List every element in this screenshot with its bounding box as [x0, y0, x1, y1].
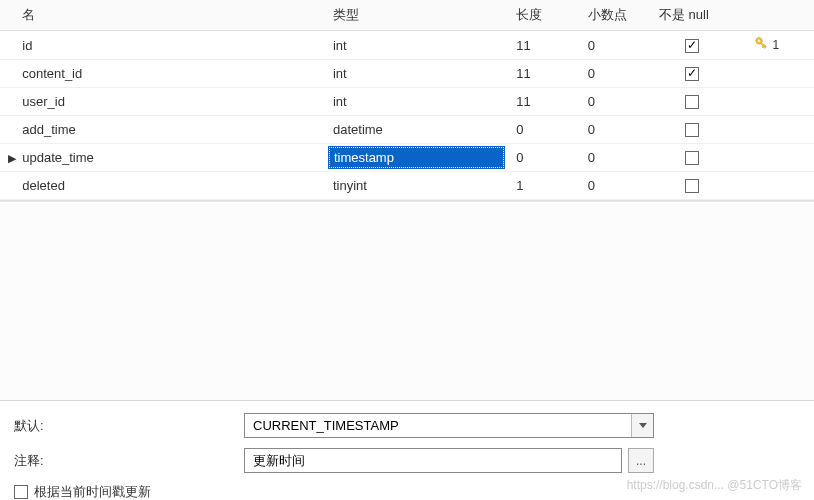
- cell-not-null[interactable]: [651, 172, 733, 200]
- default-combo[interactable]: [244, 413, 654, 438]
- empty-rows-area[interactable]: [0, 201, 814, 401]
- row-marker: ▶: [0, 144, 14, 172]
- not-null-checkbox[interactable]: [685, 151, 699, 165]
- cell-name[interactable]: update_time: [14, 144, 325, 172]
- current-row-pointer-icon: ▶: [8, 153, 16, 164]
- primary-key-number: 1: [772, 38, 779, 52]
- cell-decimals[interactable]: 0: [580, 31, 651, 60]
- cell-length[interactable]: 11: [508, 88, 579, 116]
- table-row[interactable]: content_idint110: [0, 60, 814, 88]
- cell-name[interactable]: content_id: [14, 60, 325, 88]
- row-marker: [0, 60, 14, 88]
- cell-type[interactable]: tinyint: [325, 172, 508, 200]
- field-detail-panel: 默认: 注释: ... 根据当前时间戳更新: [0, 401, 814, 500]
- row-marker: [0, 31, 14, 60]
- cell-key[interactable]: [732, 144, 814, 172]
- on-update-label: 根据当前时间戳更新: [34, 483, 151, 500]
- cell-key[interactable]: [732, 88, 814, 116]
- default-label: 默认:: [14, 417, 244, 435]
- cell-decimals[interactable]: 0: [580, 144, 651, 172]
- comment-label: 注释:: [14, 452, 244, 470]
- table-row[interactable]: idint1101: [0, 31, 814, 60]
- not-null-checkbox[interactable]: [685, 67, 699, 81]
- cell-decimals[interactable]: 0: [580, 60, 651, 88]
- cell-name[interactable]: add_time: [14, 116, 325, 144]
- comment-more-button[interactable]: ...: [628, 448, 654, 473]
- cell-type[interactable]: int: [325, 88, 508, 116]
- row-marker: [0, 88, 14, 116]
- cell-name[interactable]: user_id: [14, 88, 325, 116]
- cell-name[interactable]: id: [14, 31, 325, 60]
- row-marker: [0, 172, 14, 200]
- cell-length[interactable]: 0: [508, 116, 579, 144]
- cell-not-null[interactable]: [651, 144, 733, 172]
- header-decimals[interactable]: 小数点: [580, 0, 651, 31]
- cell-length[interactable]: 0: [508, 144, 579, 172]
- header-name[interactable]: 名: [14, 0, 325, 31]
- cell-key[interactable]: [732, 172, 814, 200]
- not-null-checkbox[interactable]: [685, 95, 699, 109]
- type-editor[interactable]: timestamp: [329, 147, 504, 168]
- not-null-checkbox[interactable]: [685, 179, 699, 193]
- cell-length[interactable]: 1: [508, 172, 579, 200]
- cell-type[interactable]: timestamp: [325, 144, 508, 172]
- cell-decimals[interactable]: 0: [580, 88, 651, 116]
- row-marker: [0, 116, 14, 144]
- cell-decimals[interactable]: 0: [580, 116, 651, 144]
- default-input[interactable]: [245, 414, 631, 437]
- cell-decimals[interactable]: 0: [580, 172, 651, 200]
- on-update-checkbox[interactable]: [14, 485, 28, 499]
- cell-not-null[interactable]: [651, 31, 733, 60]
- not-null-checkbox[interactable]: [685, 39, 699, 53]
- table-row[interactable]: user_idint110: [0, 88, 814, 116]
- cell-length[interactable]: 11: [508, 31, 579, 60]
- cell-not-null[interactable]: [651, 116, 733, 144]
- default-dropdown-button[interactable]: [631, 414, 653, 437]
- cell-type[interactable]: int: [325, 31, 508, 60]
- cell-length[interactable]: 11: [508, 60, 579, 88]
- cell-type[interactable]: datetime: [325, 116, 508, 144]
- chevron-down-icon: [639, 423, 647, 428]
- cell-not-null[interactable]: [651, 88, 733, 116]
- header-type[interactable]: 类型: [325, 0, 508, 31]
- cell-key[interactable]: [732, 116, 814, 144]
- cell-key[interactable]: 1: [732, 31, 814, 60]
- not-null-checkbox[interactable]: [685, 123, 699, 137]
- cell-key[interactable]: [732, 60, 814, 88]
- table-row[interactable]: ▶update_timetimestamp00: [0, 144, 814, 172]
- comment-input[interactable]: [244, 448, 622, 473]
- table-row[interactable]: add_timedatetime00: [0, 116, 814, 144]
- table-row[interactable]: deletedtinyint10: [0, 172, 814, 200]
- header-not-null[interactable]: 不是 null: [651, 0, 733, 31]
- header-length[interactable]: 长度: [508, 0, 579, 31]
- primary-key-icon: [750, 36, 768, 54]
- table-header-row: 名 类型 长度 小数点 不是 null: [0, 0, 814, 31]
- cell-type[interactable]: int: [325, 60, 508, 88]
- cell-name[interactable]: deleted: [14, 172, 325, 200]
- cell-not-null[interactable]: [651, 60, 733, 88]
- columns-table[interactable]: 名 类型 长度 小数点 不是 null idint1101content_idi…: [0, 0, 814, 200]
